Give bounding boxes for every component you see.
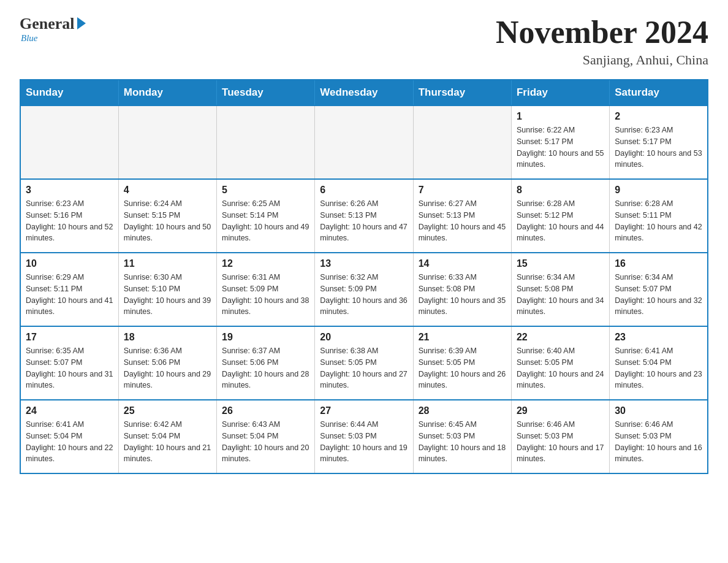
sunrise-info: Sunrise: 6:43 AMSunset: 5:04 PMDaylight:… <box>222 420 309 463</box>
calendar-header-row: SundayMondayTuesdayWednesdayThursdayFrid… <box>20 80 708 105</box>
calendar-week-row: 17 Sunrise: 6:35 AMSunset: 5:07 PMDaylig… <box>20 326 708 400</box>
sunrise-info: Sunrise: 6:46 AMSunset: 5:03 PMDaylight:… <box>615 420 702 463</box>
calendar-day-cell: 12 Sunrise: 6:31 AMSunset: 5:09 PMDaylig… <box>217 253 315 326</box>
calendar-day-cell <box>413 105 511 179</box>
sunrise-info: Sunrise: 6:30 AMSunset: 5:10 PMDaylight:… <box>124 273 211 316</box>
day-of-week-header: Saturday <box>610 80 708 105</box>
calendar-day-cell: 26 Sunrise: 6:43 AMSunset: 5:04 PMDaylig… <box>217 400 315 473</box>
sunrise-info: Sunrise: 6:41 AMSunset: 5:04 PMDaylight:… <box>615 347 702 389</box>
calendar-day-cell: 4 Sunrise: 6:24 AMSunset: 5:15 PMDayligh… <box>118 179 216 253</box>
sunrise-info: Sunrise: 6:23 AMSunset: 5:17 PMDaylight:… <box>615 126 702 169</box>
day-of-week-header: Thursday <box>413 80 511 105</box>
calendar-table: SundayMondayTuesdayWednesdayThursdayFrid… <box>20 79 708 474</box>
day-number: 21 <box>419 332 506 343</box>
logo-arrow-icon <box>77 17 86 29</box>
calendar-day-cell <box>217 105 315 179</box>
calendar-day-cell: 1 Sunrise: 6:22 AMSunset: 5:17 PMDayligh… <box>511 105 609 179</box>
sunrise-info: Sunrise: 6:22 AMSunset: 5:17 PMDaylight:… <box>517 126 604 169</box>
calendar-day-cell: 23 Sunrise: 6:41 AMSunset: 5:04 PMDaylig… <box>610 326 708 400</box>
calendar-day-cell: 27 Sunrise: 6:44 AMSunset: 5:03 PMDaylig… <box>315 400 413 473</box>
logo-blue-text: Blue <box>21 33 38 44</box>
calendar-day-cell: 10 Sunrise: 6:29 AMSunset: 5:11 PMDaylig… <box>20 253 118 326</box>
sunrise-info: Sunrise: 6:28 AMSunset: 5:11 PMDaylight:… <box>615 199 702 242</box>
day-number: 22 <box>517 332 604 343</box>
day-number: 16 <box>615 258 702 269</box>
calendar-day-cell: 22 Sunrise: 6:40 AMSunset: 5:05 PMDaylig… <box>511 326 609 400</box>
calendar-day-cell: 9 Sunrise: 6:28 AMSunset: 5:11 PMDayligh… <box>610 179 708 253</box>
day-of-week-header: Friday <box>511 80 609 105</box>
day-number: 14 <box>419 258 506 269</box>
sunrise-info: Sunrise: 6:28 AMSunset: 5:12 PMDaylight:… <box>517 199 604 242</box>
day-number: 28 <box>419 405 506 416</box>
day-number: 24 <box>26 405 113 416</box>
calendar-day-cell: 28 Sunrise: 6:45 AMSunset: 5:03 PMDaylig… <box>413 400 511 473</box>
calendar-day-cell: 30 Sunrise: 6:46 AMSunset: 5:03 PMDaylig… <box>610 400 708 473</box>
day-number: 30 <box>615 405 702 416</box>
calendar-day-cell <box>315 105 413 179</box>
calendar-day-cell: 15 Sunrise: 6:34 AMSunset: 5:08 PMDaylig… <box>511 253 609 326</box>
calendar-week-row: 1 Sunrise: 6:22 AMSunset: 5:17 PMDayligh… <box>20 105 708 179</box>
calendar-day-cell: 16 Sunrise: 6:34 AMSunset: 5:07 PMDaylig… <box>610 253 708 326</box>
title-block: November 2024 Sanjiang, Anhui, China <box>496 15 708 68</box>
sunrise-info: Sunrise: 6:39 AMSunset: 5:05 PMDaylight:… <box>419 347 506 389</box>
day-number: 10 <box>26 258 113 269</box>
sunrise-info: Sunrise: 6:46 AMSunset: 5:03 PMDaylight:… <box>517 420 604 463</box>
sunrise-info: Sunrise: 6:29 AMSunset: 5:11 PMDaylight:… <box>26 273 113 316</box>
calendar-day-cell: 21 Sunrise: 6:39 AMSunset: 5:05 PMDaylig… <box>413 326 511 400</box>
calendar-day-cell: 19 Sunrise: 6:37 AMSunset: 5:06 PMDaylig… <box>217 326 315 400</box>
day-number: 27 <box>320 405 408 416</box>
calendar-day-cell: 5 Sunrise: 6:25 AMSunset: 5:14 PMDayligh… <box>217 179 315 253</box>
day-number: 23 <box>615 332 702 343</box>
sunrise-info: Sunrise: 6:23 AMSunset: 5:16 PMDaylight:… <box>26 199 113 242</box>
calendar-day-cell: 6 Sunrise: 6:26 AMSunset: 5:13 PMDayligh… <box>315 179 413 253</box>
calendar-day-cell: 17 Sunrise: 6:35 AMSunset: 5:07 PMDaylig… <box>20 326 118 400</box>
sunrise-info: Sunrise: 6:40 AMSunset: 5:05 PMDaylight:… <box>517 347 604 389</box>
calendar-day-cell: 11 Sunrise: 6:30 AMSunset: 5:10 PMDaylig… <box>118 253 216 326</box>
day-number: 3 <box>26 185 113 196</box>
day-of-week-header: Sunday <box>20 80 118 105</box>
day-number: 19 <box>222 332 309 343</box>
logo-general-text: General <box>20 15 75 33</box>
sunrise-info: Sunrise: 6:32 AMSunset: 5:09 PMDaylight:… <box>320 273 407 316</box>
sunrise-info: Sunrise: 6:44 AMSunset: 5:03 PMDaylight:… <box>320 420 407 463</box>
calendar-day-cell: 14 Sunrise: 6:33 AMSunset: 5:08 PMDaylig… <box>413 253 511 326</box>
sunrise-info: Sunrise: 6:25 AMSunset: 5:14 PMDaylight:… <box>222 199 309 242</box>
sunrise-info: Sunrise: 6:34 AMSunset: 5:08 PMDaylight:… <box>517 273 604 316</box>
calendar-day-cell: 24 Sunrise: 6:41 AMSunset: 5:04 PMDaylig… <box>20 400 118 473</box>
day-number: 12 <box>222 258 309 269</box>
day-number: 17 <box>26 332 113 343</box>
day-number: 25 <box>124 405 211 416</box>
day-number: 29 <box>517 405 604 416</box>
calendar-day-cell: 7 Sunrise: 6:27 AMSunset: 5:13 PMDayligh… <box>413 179 511 253</box>
day-number: 7 <box>419 185 506 196</box>
calendar-week-row: 3 Sunrise: 6:23 AMSunset: 5:16 PMDayligh… <box>20 179 708 253</box>
day-number: 11 <box>124 258 211 269</box>
day-number: 5 <box>222 185 309 196</box>
sunrise-info: Sunrise: 6:37 AMSunset: 5:06 PMDaylight:… <box>222 347 309 389</box>
day-number: 6 <box>320 185 408 196</box>
calendar-day-cell <box>118 105 216 179</box>
day-number: 8 <box>517 185 604 196</box>
calendar-day-cell <box>20 105 118 179</box>
calendar-day-cell: 29 Sunrise: 6:46 AMSunset: 5:03 PMDaylig… <box>511 400 609 473</box>
sunrise-info: Sunrise: 6:35 AMSunset: 5:07 PMDaylight:… <box>26 347 113 389</box>
day-number: 1 <box>517 111 604 122</box>
page-header: General Blue November 2024 Sanjiang, Anh… <box>20 15 708 68</box>
sunrise-info: Sunrise: 6:36 AMSunset: 5:06 PMDaylight:… <box>124 347 211 389</box>
day-number: 4 <box>124 185 211 196</box>
calendar-day-cell: 8 Sunrise: 6:28 AMSunset: 5:12 PMDayligh… <box>511 179 609 253</box>
sunrise-info: Sunrise: 6:33 AMSunset: 5:08 PMDaylight:… <box>419 273 506 316</box>
day-number: 2 <box>615 111 702 122</box>
day-of-week-header: Tuesday <box>217 80 315 105</box>
sunrise-info: Sunrise: 6:31 AMSunset: 5:09 PMDaylight:… <box>222 273 309 316</box>
day-number: 26 <box>222 405 309 416</box>
logo: General Blue <box>20 15 86 44</box>
sunrise-info: Sunrise: 6:26 AMSunset: 5:13 PMDaylight:… <box>320 199 407 242</box>
calendar-day-cell: 20 Sunrise: 6:38 AMSunset: 5:05 PMDaylig… <box>315 326 413 400</box>
calendar-day-cell: 25 Sunrise: 6:42 AMSunset: 5:04 PMDaylig… <box>118 400 216 473</box>
calendar-week-row: 24 Sunrise: 6:41 AMSunset: 5:04 PMDaylig… <box>20 400 708 473</box>
sunrise-info: Sunrise: 6:45 AMSunset: 5:03 PMDaylight:… <box>419 420 506 463</box>
sunrise-info: Sunrise: 6:27 AMSunset: 5:13 PMDaylight:… <box>419 199 506 242</box>
calendar-week-row: 10 Sunrise: 6:29 AMSunset: 5:11 PMDaylig… <box>20 253 708 326</box>
sunrise-info: Sunrise: 6:38 AMSunset: 5:05 PMDaylight:… <box>320 347 407 389</box>
